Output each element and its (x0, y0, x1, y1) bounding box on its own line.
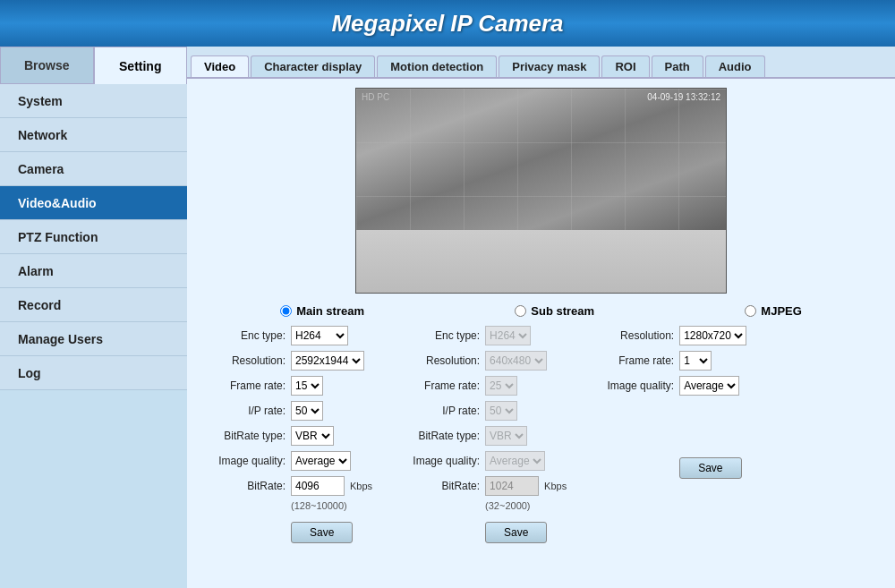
main-bitrate-unit: Kbps (350, 481, 372, 491)
main-resolution-label: Resolution: (205, 354, 286, 367)
main-frame-rate-select[interactable]: 151015202530 (291, 376, 323, 396)
sub-bitrate-row: BitRate: Kbps (399, 475, 567, 497)
sidebar-item-ptz-function[interactable]: PTZ Function (0, 220, 187, 254)
app-title: Megapixel IP Camera (331, 10, 563, 38)
main-bitrate-type-row: BitRate type: VBRCBR (205, 425, 372, 447)
mjpeg-frame-rate-row: Frame rate: 151015202530 (584, 350, 746, 371)
sub-enc-type-select[interactable]: H264 (485, 326, 531, 345)
tab-privacy-mask[interactable]: Privacy mask (499, 55, 600, 77)
sub-bitrate-type-row: BitRate type: VBR (399, 425, 567, 447)
main-content: Video Character display Motion detection… (187, 47, 895, 588)
sub-image-quality-row: Image quality: Average (399, 450, 567, 472)
mjpeg-radio-group: MJPEG (745, 304, 802, 318)
content-area: HD PC 04-09-19 13:32:12 Main stream Sub … (187, 79, 895, 552)
sidebar-item-manage-users[interactable]: Manage Users (0, 322, 187, 356)
main-ip-rate-row: I/P rate: 502510 (205, 400, 372, 422)
tab-path[interactable]: Path (652, 55, 703, 77)
main-bitrate-type-label: BitRate type: (205, 430, 286, 442)
settings-grid: Enc type: H264H265MJPEG Resolution: 2592… (205, 325, 877, 543)
main-ip-rate-select[interactable]: 502510 (291, 401, 323, 421)
mjpeg-frame-rate-select[interactable]: 151015202530 (679, 351, 712, 371)
sub-enc-type-label: Enc type: (399, 329, 480, 342)
sub-stream-settings: Enc type: H264 Resolution: 640x480 Frame… (399, 325, 567, 543)
feed-overlay-text: HD PC (362, 92, 389, 102)
tab-audio[interactable]: Audio (705, 55, 765, 77)
main-ip-rate-label: I/P rate: (205, 405, 286, 417)
main-bitrate-type-select[interactable]: VBRCBR (291, 426, 334, 446)
sub-save-button[interactable]: Save (485, 522, 547, 543)
main-resolution-select[interactable]: 2592x19441920x10801280x720640x480 (291, 351, 364, 371)
sidebar-item-system[interactable]: System (0, 84, 187, 118)
main-image-quality-row: Image quality: BestBetterAverageLowLowes… (205, 450, 372, 472)
main-bitrate-row: BitRate: Kbps (205, 475, 372, 497)
main-frame-rate-label: Frame rate: (205, 379, 286, 392)
sub-ip-rate-select[interactable]: 50 (485, 401, 517, 421)
tab-motion-detection[interactable]: Motion detection (377, 55, 497, 77)
tab-roi[interactable]: ROI (601, 55, 649, 77)
mjpeg-frame-rate-label: Frame rate: (584, 354, 674, 367)
mjpeg-image-quality-row: Image quality: BestBetterAverageLowLowes… (584, 375, 746, 396)
mjpeg-save-button[interactable]: Save (679, 457, 741, 479)
main-bitrate-range: (128~10000) (205, 500, 372, 511)
main-image-quality-label: Image quality: (205, 455, 286, 467)
main-image-quality-select[interactable]: BestBetterAverageLowLowest (291, 451, 351, 471)
main-enc-type-label: Enc type: (205, 329, 286, 342)
header: Megapixel IP Camera (0, 0, 895, 47)
main-stream-radio[interactable] (280, 305, 292, 317)
main-bitrate-input[interactable] (291, 476, 345, 496)
sub-bitrate-range: (32~2000) (399, 500, 567, 511)
sub-ip-rate-label: I/P rate: (399, 405, 480, 417)
sub-resolution-label: Resolution: (399, 354, 480, 367)
sub-frame-rate-select[interactable]: 25 (485, 376, 517, 396)
sidebar-item-record[interactable]: Record (0, 288, 187, 322)
main-stream-label[interactable]: Main stream (296, 304, 364, 318)
mjpeg-resolution-row: Resolution: 1280x720640x480320x240 (584, 325, 746, 346)
sub-bitrate-input[interactable] (485, 476, 539, 496)
sub-tabs: Video Character display Motion detection… (187, 47, 895, 79)
mjpeg-resolution-select[interactable]: 1280x720640x480320x240 (679, 326, 746, 345)
sub-frame-rate-label: Frame rate: (399, 379, 480, 392)
sub-image-quality-select[interactable]: Average (485, 451, 545, 471)
feed-timestamp: 04-09-19 13:32:12 (647, 92, 720, 102)
main-enc-type-row: Enc type: H264H265MJPEG (205, 325, 372, 346)
main-bitrate-label: BitRate: (205, 480, 286, 492)
mjpeg-resolution-label: Resolution: (584, 329, 674, 342)
mjpeg-settings: Resolution: 1280x720640x480320x240 Frame… (584, 325, 746, 543)
sidebar-tabs: Browse Setting (0, 47, 187, 84)
sub-enc-type-row: Enc type: H264 (399, 325, 567, 346)
tab-video[interactable]: Video (191, 55, 249, 77)
sub-image-quality-label: Image quality: (399, 455, 480, 467)
sidebar-item-camera[interactable]: Camera (0, 152, 187, 186)
sub-stream-radio[interactable] (515, 305, 526, 317)
sidebar-item-network[interactable]: Network (0, 118, 187, 152)
sub-bitrate-label: BitRate: (399, 480, 480, 492)
sidebar-item-log[interactable]: Log (0, 356, 187, 390)
sub-bitrate-type-label: BitRate type: (399, 430, 480, 442)
sub-stream-label[interactable]: Sub stream (531, 304, 594, 318)
main-enc-type-select[interactable]: H264H265MJPEG (291, 326, 348, 345)
mjpeg-radio[interactable] (745, 305, 756, 317)
main-resolution-row: Resolution: 2592x19441920x10801280x72064… (205, 350, 372, 371)
browse-tab[interactable]: Browse (0, 47, 94, 84)
sidebar-item-alarm[interactable]: Alarm (0, 254, 187, 288)
sidebar-item-video-audio[interactable]: Video&Audio (0, 186, 187, 220)
mjpeg-image-quality-label: Image quality: (584, 379, 674, 392)
sub-resolution-select[interactable]: 640x480 (485, 351, 547, 371)
main-save-button[interactable]: Save (291, 522, 353, 543)
setting-tab[interactable]: Setting (94, 47, 188, 84)
mjpeg-image-quality-select[interactable]: BestBetterAverageLowLowest (679, 376, 739, 396)
sidebar-nav: System Network Camera Video&Audio PTZ Fu… (0, 84, 187, 390)
sub-bitrate-unit: Kbps (544, 481, 567, 491)
main-stream-settings: Enc type: H264H265MJPEG Resolution: 2592… (205, 325, 372, 543)
mjpeg-label[interactable]: MJPEG (761, 304, 802, 318)
sidebar: Browse Setting System Network Camera Vid… (0, 47, 187, 588)
main-frame-rate-row: Frame rate: 151015202530 (205, 375, 372, 396)
sub-frame-rate-row: Frame rate: 25 (399, 375, 567, 396)
sub-bitrate-type-select[interactable]: VBR (485, 426, 527, 446)
main-stream-radio-group: Main stream (280, 304, 364, 318)
stream-controls: Main stream Sub stream MJPEG (205, 304, 877, 318)
tab-character-display[interactable]: Character display (251, 55, 375, 77)
sub-resolution-row: Resolution: 640x480 (399, 350, 567, 371)
sub-stream-radio-group: Sub stream (515, 304, 594, 318)
sub-ip-rate-row: I/P rate: 50 (399, 400, 567, 422)
